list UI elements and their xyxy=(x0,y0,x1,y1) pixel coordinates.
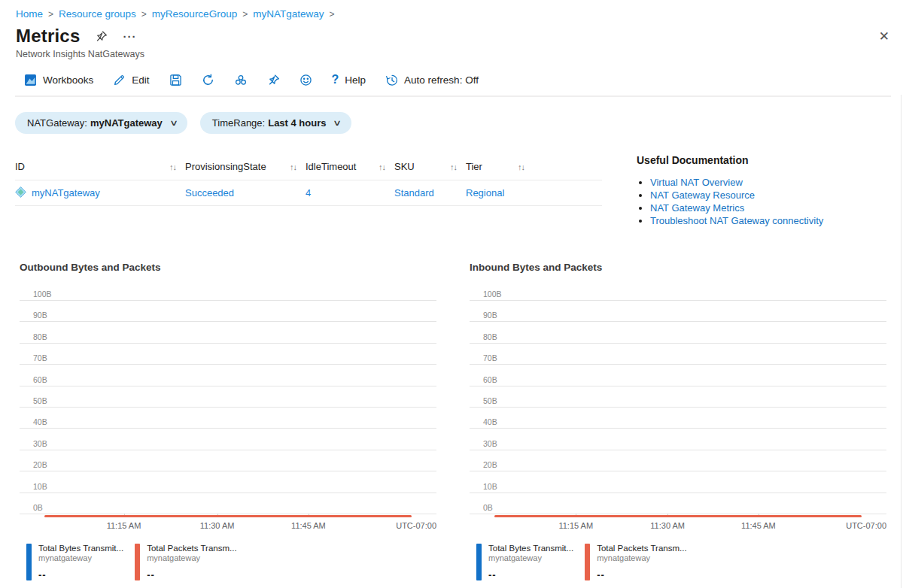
page-subtitle: Network Insights NatGateways xyxy=(16,49,903,59)
chevron-down-icon: ∨ xyxy=(169,118,178,128)
legend-color-bar xyxy=(135,544,140,580)
column-header-tier[interactable]: Tier ↑↓ xyxy=(466,161,534,172)
y-gridline: 100B xyxy=(470,300,886,301)
list-item: Virtual NAT Overview xyxy=(650,176,823,189)
auto-refresh-button[interactable]: Auto refresh: Off xyxy=(385,74,479,86)
edit-button[interactable]: Edit xyxy=(113,74,149,86)
y-tick-label: 70B xyxy=(33,353,47,362)
y-tick-label: 20B xyxy=(483,460,497,469)
breadcrumb-resource-group[interactable]: myResourceGroup xyxy=(152,8,237,20)
useful-documentation-section: Useful Documentation Virtual NAT Overvie… xyxy=(637,153,823,227)
y-tick-label: 20B xyxy=(33,460,47,469)
refresh-button[interactable] xyxy=(202,74,214,86)
feedback-button[interactable] xyxy=(299,74,312,86)
breadcrumb-home[interactable]: Home xyxy=(16,8,43,20)
y-gridline: 60B xyxy=(470,386,886,386)
y-gridline: 0B xyxy=(470,514,886,514)
breadcrumb-nat-gateway[interactable]: myNATgateway xyxy=(253,8,324,20)
legend-series-name: Total Bytes Transmit... xyxy=(38,544,123,553)
doc-link-troubleshoot-connectivity[interactable]: Troubleshoot NAT Gateway connectivity xyxy=(650,215,823,226)
chart-legend: Total Bytes Transmit...mynatgateway--Tot… xyxy=(476,544,886,580)
legend-text: Total Bytes Transmit...mynatgateway-- xyxy=(482,544,573,580)
pin-icon[interactable] xyxy=(95,30,108,43)
y-tick-label: 40B xyxy=(483,417,497,426)
filter-label: TimeRange: xyxy=(212,117,265,129)
legend-text: Total Packets Transm...mynatgateway-- xyxy=(590,544,687,580)
legend-resource-name: mynatgateway xyxy=(488,553,573,562)
y-gridline: 100B xyxy=(20,300,436,301)
list-item: Troubleshoot NAT Gateway connectivity xyxy=(650,214,823,227)
y-gridline: 50B xyxy=(470,407,886,408)
help-button[interactable]: ? Help xyxy=(332,73,366,86)
nat-gateway-filter-pill[interactable]: NATGateway: myNATgateway ∨ xyxy=(15,112,187,134)
column-header-provisioning-state[interactable]: ProvisionsingState ↑↓ xyxy=(185,161,306,172)
legend-color-bar xyxy=(476,544,482,580)
chart-title: Inbound Bytes and Packets xyxy=(470,262,886,273)
legend-item[interactable]: Total Bytes Transmit...mynatgateway-- xyxy=(26,544,123,580)
legend-resource-name: mynatgateway xyxy=(38,553,123,562)
inbound-chart: Inbound Bytes and Packets 100B90B80B70B6… xyxy=(470,262,886,580)
y-tick-label: 100B xyxy=(483,289,502,299)
y-gridline: 50B xyxy=(20,407,436,408)
y-tick-label: 100B xyxy=(33,289,52,299)
idle-timeout-value: 4 xyxy=(306,187,394,199)
edit-pencil-icon xyxy=(113,74,126,86)
y-tick-label: 10B xyxy=(33,482,47,491)
breadcrumb-resource-groups[interactable]: Resource groups xyxy=(59,8,136,20)
legend-series-name: Total Packets Transm... xyxy=(597,544,687,553)
y-tick-label: 40B xyxy=(33,417,47,426)
auto-refresh-label: Auto refresh: Off xyxy=(404,74,479,86)
breadcrumb-separator: > xyxy=(141,9,147,20)
tier-value: Regional xyxy=(466,187,534,199)
y-tick-label: 50B xyxy=(483,396,497,405)
y-gridline: 40B xyxy=(20,428,436,429)
chart-title: Outbound Bytes and Packets xyxy=(20,262,436,273)
doc-link-virtual-nat-overview[interactable]: Virtual NAT Overview xyxy=(650,177,743,188)
y-gridline: 40B xyxy=(470,428,886,429)
legend-item[interactable]: Total Packets Transm...mynatgateway-- xyxy=(135,544,237,580)
x-tick-label: 11:30 AM xyxy=(650,521,685,530)
sort-icon[interactable]: ↑↓ xyxy=(379,162,385,171)
sort-icon[interactable]: ↑↓ xyxy=(450,162,457,171)
close-icon[interactable]: ✕ xyxy=(879,30,889,43)
chart-legend: Total Bytes Transmit...mynatgateway--Tot… xyxy=(26,544,436,580)
column-header-id[interactable]: ID ↑↓ xyxy=(15,161,185,172)
y-tick-label: 60B xyxy=(483,375,497,384)
column-header-idle-timeout[interactable]: IdleTimeout ↑↓ xyxy=(306,161,394,172)
resource-id-link[interactable]: myNATgateway xyxy=(32,187,100,199)
legend-value: -- xyxy=(38,569,123,580)
more-options-icon[interactable]: ··· xyxy=(123,30,136,43)
doc-link-nat-gateway-metrics[interactable]: NAT Gateway Metrics xyxy=(650,202,744,214)
doc-link-nat-gateway-resource[interactable]: NAT Gateway Resource xyxy=(650,189,755,201)
legend-value: -- xyxy=(597,569,687,580)
legend-item[interactable]: Total Bytes Transmit...mynatgateway-- xyxy=(476,544,573,580)
docs-title: Useful Documentation xyxy=(637,154,823,166)
filter-label: NATGateway: xyxy=(27,117,87,129)
nat-gateway-resource-icon xyxy=(15,186,26,200)
cloud-button[interactable] xyxy=(234,74,248,86)
pin-to-dashboard-button[interactable] xyxy=(267,74,280,86)
save-button[interactable] xyxy=(169,74,182,86)
y-tick-label: 30B xyxy=(33,439,47,448)
legend-value: -- xyxy=(488,569,573,580)
nat-gateway-table: ID ↑↓ ProvisionsingState ↑↓ IdleTimeout … xyxy=(15,153,602,227)
legend-item[interactable]: Total Packets Transm...mynatgateway-- xyxy=(585,544,687,580)
y-gridline: 60B xyxy=(20,386,436,386)
chart-x-labels: 11:15 AM11:30 AM11:45 AMUTC-07:00 xyxy=(470,521,886,532)
workbooks-button[interactable]: Workbooks xyxy=(24,74,93,86)
list-item: NAT Gateway Metrics xyxy=(650,202,823,214)
help-label: Help xyxy=(345,74,366,86)
sort-icon[interactable]: ↑↓ xyxy=(290,162,296,171)
chart-plot: 100B90B80B70B60B50B40B30B20B10B0B xyxy=(470,300,886,514)
series-flat-line xyxy=(44,515,412,517)
workbooks-icon xyxy=(24,74,37,86)
time-range-filter-pill[interactable]: TimeRange: Last 4 hours ∨ xyxy=(200,112,351,134)
breadcrumb-separator: > xyxy=(48,9,53,20)
table-header-row: ID ↑↓ ProvisionsingState ↑↓ IdleTimeout … xyxy=(15,153,602,180)
pin-icon xyxy=(267,74,280,86)
page-title: Metrics xyxy=(16,26,80,47)
sort-icon[interactable]: ↑↓ xyxy=(518,162,524,171)
sort-icon[interactable]: ↑↓ xyxy=(169,162,176,171)
column-header-sku[interactable]: SKU ↑↓ xyxy=(394,161,466,172)
filter-value: myNATgateway xyxy=(90,117,163,129)
